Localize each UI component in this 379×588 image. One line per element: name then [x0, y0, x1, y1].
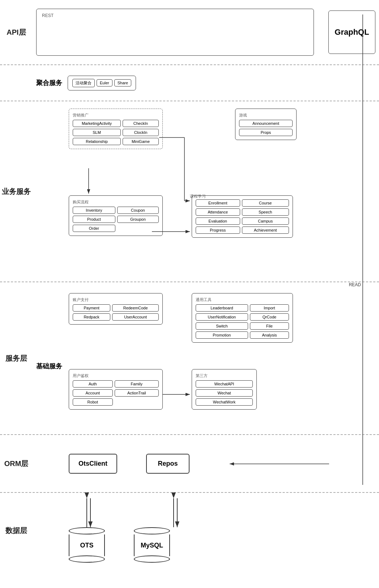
user-auth-section: 用户鉴权 Auth Family Account ActionTrail Rob… — [69, 369, 163, 410]
wechatwork-item: WechatWork — [196, 398, 253, 406]
service-layer-label: 服务层 — [0, 282, 33, 434]
file-item: File — [250, 322, 289, 330]
orm-layer-label: ORM层 — [0, 435, 33, 492]
rest-box: REST — [36, 9, 314, 56]
leaderboard-item: Leaderboard — [196, 304, 248, 312]
campus-item: Campus — [242, 217, 289, 225]
account-payment-section: 账户支付 Payment RedeemCode Redpack UserAcco… — [69, 293, 163, 325]
service-layer-content: READ 基础服务 账户支付 Payment RedeemCode Redpac… — [33, 282, 379, 434]
auth-item: Auth — [73, 380, 113, 388]
family-item: Family — [115, 380, 159, 388]
purchase-label: 购买流程 — [73, 199, 159, 205]
switch-item: Switch — [196, 322, 248, 330]
graphql-label: GraphQL — [335, 28, 369, 37]
diagram-container: API层 REST GraphQL 聚合服务 活动聚合 Euler Share … — [0, 0, 379, 568]
clockin-item: ClockIn — [123, 129, 159, 136]
evaluation-item: Evaluation — [196, 217, 240, 225]
wechat-item: Wechat — [196, 389, 253, 397]
graphql-box: GraphQL — [328, 10, 375, 54]
qrcode-item: QrCode — [250, 313, 289, 321]
ots-top — [69, 527, 105, 534]
speech-item: Speech — [242, 208, 289, 216]
useraccount-item: UserAccount — [112, 313, 159, 321]
tools-section: 通用工具 Leaderboard Import UserNotification… — [192, 293, 293, 343]
attendance-item: Attendance — [196, 208, 240, 216]
tools-label: 通用工具 — [196, 297, 289, 303]
announcement-item: Announcement — [239, 120, 293, 127]
api-layer-content: REST GraphQL — [33, 0, 379, 64]
promotion-item: Promotion — [196, 331, 248, 339]
repos-node: Repos — [146, 454, 190, 474]
ots-bottom — [69, 555, 105, 563]
share-item: Share — [114, 79, 131, 86]
actiontrail-item: ActionTrail — [115, 389, 159, 397]
account-payment-label: 账户支付 — [73, 297, 159, 303]
mysql-bottom — [134, 555, 170, 563]
usernotification-item: UserNotification — [196, 313, 248, 321]
business-layer: 业务服务 — [0, 101, 379, 282]
otsclient-node: OtsClient — [69, 454, 117, 474]
mysql-node: MySQL — [134, 527, 170, 563]
payment-item: Payment — [73, 304, 110, 312]
minigame-item: MiniGame — [123, 138, 159, 145]
robot-item: Robot — [73, 398, 113, 406]
read-label: READ — [349, 282, 361, 287]
orm-layer-content: OtsClient Repos — [33, 435, 379, 492]
activity-agg-item: 活动聚合 — [72, 79, 95, 87]
third-party-label: 第三方 — [196, 373, 253, 378]
props-item: Props — [239, 129, 293, 136]
analysis-item: Analysis — [250, 331, 289, 339]
ots-node: OTS — [69, 527, 105, 563]
checkin-item: CheckIn — [123, 120, 159, 127]
euler-item: Euler — [97, 79, 112, 86]
product-item: Product — [73, 216, 115, 223]
data-layer-content: OTS MySQL — [33, 493, 379, 568]
achievement-item: Achievement — [242, 227, 289, 234]
games-section: 游戏 Announcement Props — [235, 109, 297, 140]
user-auth-label: 用户鉴权 — [73, 373, 159, 378]
relationship-item: Relationship — [73, 138, 121, 145]
enrollment-item: Enrollment — [196, 199, 240, 207]
groupon-item: Groupon — [117, 216, 159, 223]
business-layer-content: 营销推广 MarketingActivity CheckIn SLM Clock… — [33, 101, 379, 282]
business-layer-label: 业务服务 — [0, 101, 33, 282]
aggregation-layer-content: 聚合服务 活动聚合 Euler Share — [33, 65, 379, 101]
purchase-section: 购买流程 Inventory Coupon Product Groupon Or… — [69, 195, 163, 236]
marketing-activity-item: MarketingActivity — [73, 120, 121, 127]
order-item: Order — [73, 225, 115, 232]
account-item: Account — [73, 389, 113, 397]
games-label: 游戏 — [239, 113, 293, 118]
mysql-top — [134, 527, 170, 534]
marketing-label: 营销推广 — [73, 113, 159, 118]
mysql-body: MySQL — [134, 534, 170, 556]
redeemcode-item: RedeemCode — [112, 304, 159, 312]
redpack-item: Redpack — [73, 313, 110, 321]
third-party-section: 第三方 WechatAPI Wechat WechatWork — [192, 369, 257, 410]
api-layer-label: API层 — [0, 0, 33, 64]
service-layer: 服务层 READ 基础服务 账户支付 Payment RedeemCode Re… — [0, 282, 379, 435]
ots-body: OTS — [69, 534, 105, 556]
rest-label: REST — [42, 13, 54, 18]
api-layer: API层 REST GraphQL — [0, 0, 379, 65]
course-item: Course — [242, 199, 289, 207]
aggregation-box: 活动聚合 Euler Share — [68, 76, 136, 90]
progress-item: Progress — [196, 227, 240, 234]
aggregation-layer: 聚合服务 活动聚合 Euler Share — [0, 65, 379, 101]
slm-item: SLM — [73, 129, 121, 136]
course-section: Enrollment Course Attendance Speech Eval… — [192, 195, 293, 238]
orm-layer: ORM层 OtsClient Repos — [0, 435, 379, 493]
aggregation-layer-label — [0, 65, 33, 101]
coupon-item: Coupon — [117, 207, 159, 214]
aggregation-title: 聚合服务 — [36, 79, 62, 87]
import-item: Import — [250, 304, 289, 312]
inventory-item: Inventory — [73, 207, 115, 214]
data-layer-label: 数据层 — [0, 493, 33, 568]
foundation-label: 基础服务 — [36, 362, 62, 371]
marketing-section: 营销推广 MarketingActivity CheckIn SLM Clock… — [69, 109, 163, 149]
data-layer: 数据层 — [0, 493, 379, 568]
wechatapi-item: WechatAPI — [196, 380, 253, 388]
